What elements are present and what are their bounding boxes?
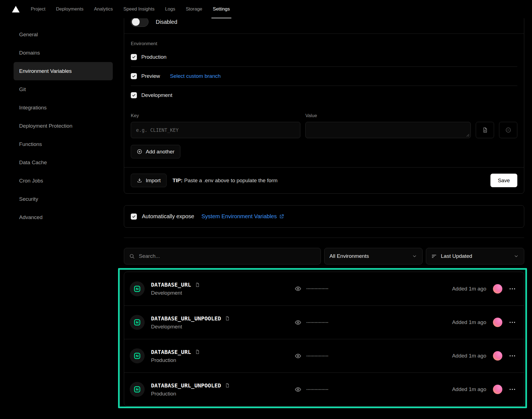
- production-checkbox[interactable]: [131, 54, 137, 60]
- key-input[interactable]: [131, 122, 300, 138]
- reveal-value-eye-icon[interactable]: [295, 285, 301, 292]
- save-button[interactable]: Save: [490, 174, 517, 187]
- settings-sidebar: General Domains Environment Variables Gi…: [0, 18, 113, 227]
- vercel-logo-icon[interactable]: [11, 5, 21, 13]
- environment-section: Environment Production Preview Select cu: [124, 34, 524, 105]
- search-icon: [129, 253, 135, 259]
- key-value-form: Key Value: [124, 105, 524, 138]
- top-nav: Project Deployments Analytics Speed Insi…: [0, 0, 532, 18]
- sidebar-item-general[interactable]: General: [14, 25, 113, 44]
- env-variables-list: DATABASE_URL Development •••••••••••••••…: [124, 272, 524, 406]
- value-input[interactable]: [305, 122, 471, 138]
- sidebar-item-integrations[interactable]: Integrations: [14, 99, 113, 117]
- environment-filter-value: All Environments: [329, 253, 408, 259]
- sidebar-item-advanced[interactable]: Advanced: [14, 208, 113, 227]
- row-actions-menu-icon[interactable]: [509, 354, 516, 358]
- sidebar-item-functions[interactable]: Functions: [14, 135, 113, 153]
- reveal-value-eye-icon[interactable]: [295, 386, 301, 393]
- reveal-value-eye-icon[interactable]: [295, 353, 301, 359]
- chevron-down-icon: [412, 253, 417, 259]
- variable-meta: Added 1m ago: [452, 284, 516, 294]
- resize-handle-icon[interactable]: [466, 134, 469, 137]
- env-variable-row: DATABASE_URL Production ••••••••••••••••: [124, 339, 524, 372]
- form-footer: Import TIP:Paste a .env above to populat…: [124, 167, 524, 193]
- neon-integration-icon: [130, 281, 145, 296]
- development-checkbox[interactable]: [131, 92, 137, 98]
- user-avatar: [493, 284, 502, 294]
- variable-value: ••••••••••••••••: [295, 386, 329, 393]
- variable-name: DATABASE_URL: [151, 281, 191, 288]
- external-link-icon: [279, 214, 284, 219]
- row-actions-menu-icon[interactable]: [509, 387, 516, 392]
- preview-checkbox[interactable]: [131, 73, 137, 79]
- nav-tab-storage[interactable]: Storage: [181, 0, 208, 18]
- reveal-value-eye-icon[interactable]: [295, 319, 301, 326]
- user-avatar: [493, 351, 502, 361]
- toggle-label: Disabled: [156, 19, 177, 25]
- environment-variables-page: Disabled Environment Production: [124, 18, 524, 406]
- select-custom-branch-link[interactable]: Select custom branch: [170, 73, 221, 79]
- development-checkbox-label: Development: [141, 92, 172, 98]
- search-input[interactable]: [139, 253, 316, 259]
- create-variable-card: Disabled Environment Production: [124, 4, 524, 194]
- remove-row-button[interactable]: [499, 122, 517, 138]
- environment-checkbox-list: Production Preview Select custom branch: [131, 48, 517, 105]
- variable-value: ••••••••••••••••: [295, 285, 329, 292]
- check-icon: [132, 74, 136, 78]
- sidebar-item-domains[interactable]: Domains: [14, 44, 113, 62]
- variable-name: DATABASE_URL_UNPOOLED: [151, 382, 221, 389]
- copy-name-icon[interactable]: [225, 383, 230, 388]
- variable-meta: Added 1m ago: [452, 351, 516, 361]
- masked-value: ••••••••••••••••: [306, 388, 329, 391]
- production-checkbox-label: Production: [141, 54, 167, 60]
- copy-name-icon[interactable]: [195, 282, 200, 287]
- check-icon: [132, 215, 136, 219]
- variable-identity: DATABASE_URL_UNPOOLED Development: [130, 315, 295, 330]
- environment-section-label: Environment: [131, 41, 517, 47]
- system-env-variables-link[interactable]: System Environment Variables: [201, 213, 284, 220]
- added-timestamp: Added 1m ago: [452, 353, 486, 359]
- check-icon: [132, 93, 136, 97]
- copy-name-icon[interactable]: [195, 349, 200, 354]
- disabled-toggle[interactable]: [131, 17, 149, 27]
- sidebar-item-environment-variables[interactable]: Environment Variables: [14, 62, 113, 80]
- sidebar-item-security[interactable]: Security: [14, 190, 113, 208]
- sidebar-item-data-cache[interactable]: Data Cache: [14, 153, 113, 172]
- neon-integration-icon: [130, 315, 145, 330]
- env-variable-row: DATABASE_URL Development •••••••••••••••…: [124, 272, 524, 305]
- environment-filter-select[interactable]: All Environments: [324, 248, 423, 264]
- import-download-icon: [137, 178, 142, 183]
- sidebar-item-cron-jobs[interactable]: Cron Jobs: [14, 172, 113, 190]
- variable-environment: Production: [151, 391, 230, 397]
- sidebar-item-git[interactable]: Git: [14, 80, 113, 99]
- masked-value: ••••••••••••••••: [306, 321, 329, 324]
- nav-tab-logs[interactable]: Logs: [160, 0, 181, 18]
- sort-select[interactable]: Last Updated: [426, 248, 524, 264]
- auto-expose-text: Automatically expose: [142, 213, 194, 220]
- add-another-button[interactable]: Add another: [131, 145, 180, 158]
- variable-identity: DATABASE_URL_UNPOOLED Production: [130, 382, 295, 397]
- document-icon: [482, 127, 488, 133]
- row-actions-menu-icon[interactable]: [509, 287, 516, 291]
- nav-tab-settings[interactable]: Settings: [208, 0, 235, 18]
- row-actions-menu-icon[interactable]: [509, 320, 516, 325]
- auto-expose-checkbox[interactable]: [131, 214, 137, 220]
- sort-select-value: Last Updated: [441, 253, 510, 259]
- nav-tab-analytics[interactable]: Analytics: [89, 0, 118, 18]
- neon-integration-icon: [130, 348, 145, 363]
- nav-tab-project[interactable]: Project: [25, 0, 51, 18]
- minus-circle-icon: [505, 127, 511, 133]
- nav-tab-speed-insights[interactable]: Speed Insights: [118, 0, 160, 18]
- user-avatar: [493, 385, 502, 394]
- nav-tab-deployments[interactable]: Deployments: [51, 0, 89, 18]
- variable-name: DATABASE_URL_UNPOOLED: [151, 315, 221, 322]
- environment-row-development: Development: [131, 86, 517, 105]
- import-button[interactable]: Import: [131, 174, 167, 187]
- plus-circle-icon: [137, 149, 142, 155]
- copy-name-icon[interactable]: [225, 316, 230, 321]
- masked-value: ••••••••••••••••: [306, 354, 329, 358]
- sidebar-item-deployment-protection[interactable]: Deployment Protection: [14, 117, 113, 135]
- variable-environment: Production: [151, 357, 200, 363]
- paste-env-button[interactable]: [476, 122, 494, 138]
- variable-identity: DATABASE_URL Production: [130, 348, 295, 363]
